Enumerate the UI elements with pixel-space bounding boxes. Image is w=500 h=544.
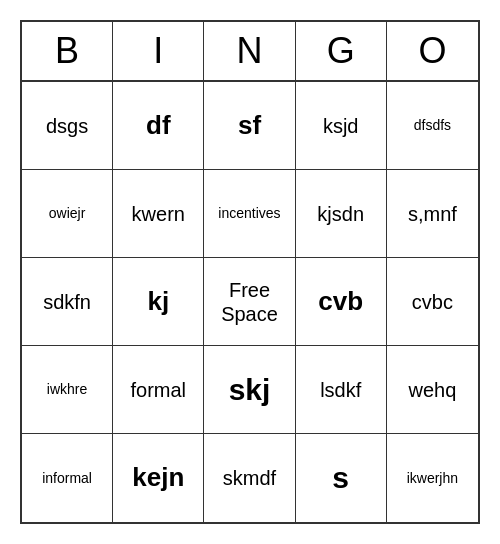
bingo-cell: skmdf: [204, 434, 295, 522]
bingo-cell: df: [113, 82, 204, 170]
cell-value: iwkhre: [47, 381, 87, 398]
bingo-cell: cvbc: [387, 258, 478, 346]
bingo-cell: skj: [204, 346, 295, 434]
cell-value: ksjd: [323, 114, 359, 138]
cell-value: kwern: [132, 202, 185, 226]
cell-value: skj: [229, 372, 271, 408]
bingo-header: BINGO: [22, 22, 478, 82]
bingo-cell: formal: [113, 346, 204, 434]
bingo-cell: kejn: [113, 434, 204, 522]
header-letter: N: [204, 22, 295, 80]
bingo-cell: s: [296, 434, 387, 522]
cell-value: s: [332, 460, 349, 496]
cell-value: cvb: [318, 286, 363, 317]
bingo-cell: dfsdfs: [387, 82, 478, 170]
bingo-cell: kj: [113, 258, 204, 346]
bingo-cell: ikwerjhn: [387, 434, 478, 522]
bingo-cell: kjsdn: [296, 170, 387, 258]
cell-value: formal: [131, 378, 187, 402]
cell-value: Free Space: [208, 278, 290, 326]
bingo-cell: owiejr: [22, 170, 113, 258]
cell-value: wehq: [408, 378, 456, 402]
cell-value: kj: [147, 286, 169, 317]
bingo-cell: informal: [22, 434, 113, 522]
cell-value: ikwerjhn: [407, 470, 458, 487]
cell-value: kjsdn: [317, 202, 364, 226]
cell-value: dfsdfs: [414, 117, 451, 134]
cell-value: df: [146, 110, 171, 141]
bingo-cell: dsgs: [22, 82, 113, 170]
bingo-cell: s,mnf: [387, 170, 478, 258]
bingo-cell: iwkhre: [22, 346, 113, 434]
cell-value: sdkfn: [43, 290, 91, 314]
header-letter: I: [113, 22, 204, 80]
header-letter: G: [296, 22, 387, 80]
bingo-cell: cvb: [296, 258, 387, 346]
cell-value: sf: [238, 110, 261, 141]
bingo-cell: sdkfn: [22, 258, 113, 346]
cell-value: incentives: [218, 205, 280, 222]
cell-value: dsgs: [46, 114, 88, 138]
bingo-cell: kwern: [113, 170, 204, 258]
cell-value: lsdkf: [320, 378, 361, 402]
cell-value: owiejr: [49, 205, 86, 222]
cell-value: skmdf: [223, 466, 276, 490]
bingo-cell: incentives: [204, 170, 295, 258]
bingo-grid: dsgsdfsfksjddfsdfsowiejrkwernincentivesk…: [22, 82, 478, 522]
bingo-cell: Free Space: [204, 258, 295, 346]
header-letter: O: [387, 22, 478, 80]
bingo-card: BINGO dsgsdfsfksjddfsdfsowiejrkwernincen…: [20, 20, 480, 524]
bingo-cell: lsdkf: [296, 346, 387, 434]
cell-value: cvbc: [412, 290, 453, 314]
bingo-cell: ksjd: [296, 82, 387, 170]
cell-value: kejn: [132, 462, 184, 493]
bingo-cell: sf: [204, 82, 295, 170]
cell-value: informal: [42, 470, 92, 487]
header-letter: B: [22, 22, 113, 80]
bingo-cell: wehq: [387, 346, 478, 434]
cell-value: s,mnf: [408, 202, 457, 226]
